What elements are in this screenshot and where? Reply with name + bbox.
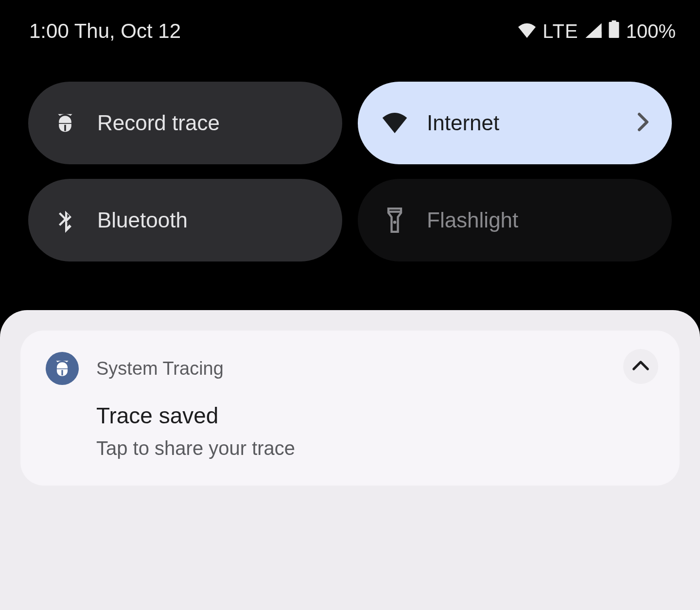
tile-label: Record trace (97, 111, 220, 135)
status-time-date: 1:00 Thu, Oct 12 (29, 19, 181, 43)
bug-icon (52, 110, 78, 136)
tile-flashlight[interactable]: Flashlight (358, 179, 672, 261)
status-right: LTE 100% (518, 19, 676, 43)
status-bar: 1:00 Thu, Oct 12 LTE 100% (0, 0, 700, 62)
tile-label: Flashlight (427, 208, 518, 232)
chevron-right-icon (637, 112, 649, 134)
cellular-signal-icon (585, 19, 602, 43)
battery-label: 100% (626, 20, 676, 42)
notification-area: System Tracing Trace saved Tap to share … (0, 310, 700, 610)
notification-card[interactable]: System Tracing Trace saved Tap to share … (20, 331, 680, 486)
notification-body: Trace saved Tap to share your trace (96, 402, 654, 459)
tile-internet[interactable]: Internet (358, 82, 672, 164)
notification-header: System Tracing (46, 352, 654, 385)
bluetooth-icon (52, 208, 78, 233)
quick-settings-tiles: Record trace Internet Bluetooth Flashlig… (0, 62, 700, 261)
notification-app-icon (46, 352, 79, 385)
notification-app-name: System Tracing (96, 358, 224, 379)
notification-subtitle: Tap to share your trace (96, 437, 654, 459)
tile-label: Internet (427, 111, 499, 135)
wifi-icon (382, 110, 407, 136)
wifi-status-icon (518, 19, 536, 43)
tile-label: Bluetooth (97, 208, 188, 232)
chevron-up-icon (632, 360, 649, 373)
svg-point-0 (393, 221, 397, 224)
notification-title: Trace saved (96, 402, 654, 429)
network-label: LTE (542, 20, 578, 42)
flashlight-icon (382, 208, 407, 233)
tile-bluetooth[interactable]: Bluetooth (28, 179, 342, 261)
collapse-button[interactable] (623, 349, 658, 384)
tile-record-trace[interactable]: Record trace (28, 82, 342, 164)
battery-icon (609, 19, 619, 43)
